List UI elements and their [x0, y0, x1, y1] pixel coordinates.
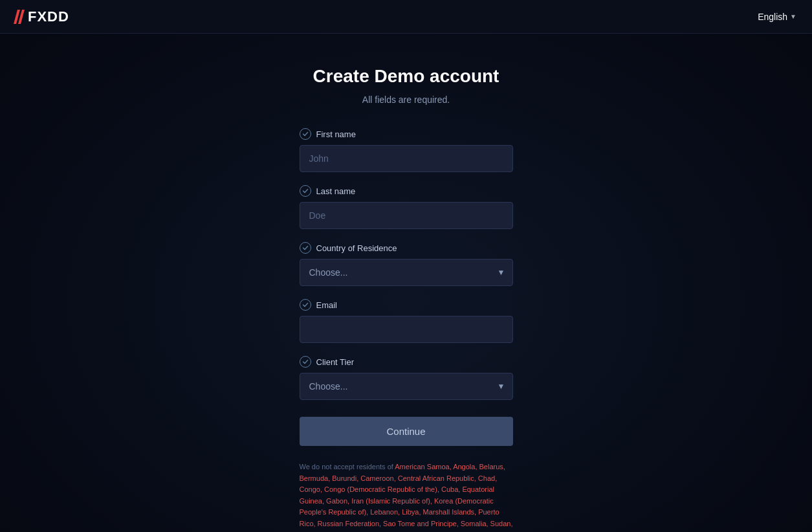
language-selector[interactable]: English ▼: [758, 12, 796, 22]
subtitle: All fields are required.: [362, 94, 450, 105]
email-input[interactable]: [300, 316, 513, 343]
country-check-icon: [300, 242, 311, 254]
checkmark-svg: [302, 245, 309, 251]
continue-button[interactable]: Continue: [300, 417, 513, 446]
client-tier-field: Client Tier Choose... ▼: [300, 356, 513, 400]
disclaimer-text-plain: We do not accept residents of: [300, 463, 395, 471]
last-name-label-wrapper: Last name: [300, 185, 513, 197]
language-chevron-icon: ▼: [790, 13, 796, 20]
checkmark-svg: [302, 131, 309, 137]
checkmark-svg: [302, 302, 309, 308]
checkmark-svg: [302, 359, 309, 365]
client-tier-label-wrapper: Client Tier: [300, 356, 513, 368]
last-name-input[interactable]: [300, 202, 513, 229]
country-field: Country of Residence Choose... ▼: [300, 242, 513, 286]
client-tier-check-icon: [300, 356, 311, 368]
last-name-check-icon: [300, 185, 311, 197]
page-title: Create Demo account: [313, 66, 499, 87]
email-label: Email: [316, 300, 338, 310]
language-label: English: [758, 12, 787, 22]
country-select[interactable]: Choose...: [300, 259, 513, 286]
country-select-wrapper: Choose... ▼: [300, 259, 513, 286]
last-name-field: Last name: [300, 185, 513, 229]
country-label: Country of Residence: [316, 243, 397, 253]
first-name-label-wrapper: First name: [300, 128, 513, 140]
client-tier-select-wrapper: Choose... ▼: [300, 373, 513, 400]
country-label-wrapper: Country of Residence: [300, 242, 513, 254]
first-name-check-icon: [300, 128, 311, 140]
disclaimer: We do not accept residents of American S…: [300, 461, 513, 532]
logo-slashes: [16, 10, 23, 24]
main-content: Create Demo account All fields are requi…: [0, 34, 812, 532]
email-label-wrapper: Email: [300, 299, 513, 311]
email-check-icon: [300, 299, 311, 311]
first-name-label: First name: [316, 129, 356, 139]
client-tier-select[interactable]: Choose...: [300, 373, 513, 400]
header: FXDD English ▼: [0, 0, 812, 34]
first-name-input[interactable]: [300, 145, 513, 172]
checkmark-svg: [302, 188, 309, 194]
logo: FXDD: [16, 8, 69, 25]
email-field: Email: [300, 299, 513, 343]
first-name-field: First name: [300, 128, 513, 172]
client-tier-label: Client Tier: [316, 357, 355, 367]
form-container: First name Last name: [300, 128, 513, 532]
logo-text: FXDD: [28, 8, 69, 25]
disclaimer-countries: American Samoa, Angola, Belarus, Bermuda…: [300, 463, 513, 532]
last-name-label: Last name: [316, 186, 356, 196]
